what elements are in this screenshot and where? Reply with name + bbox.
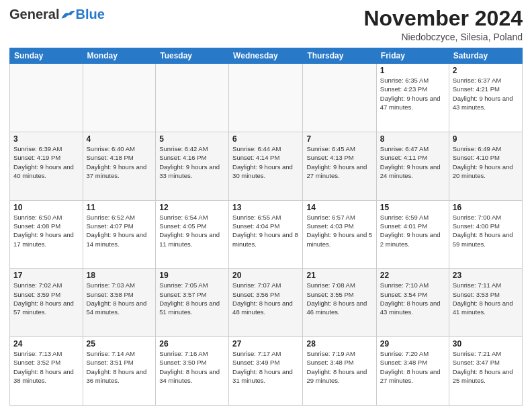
day-info: Sunrise: 7:07 AM Sunset: 3:56 PM Dayligh… [232,281,299,316]
day-info: Sunrise: 7:13 AM Sunset: 3:52 PM Dayligh… [13,349,79,385]
table-row: 14Sunrise: 6:57 AM Sunset: 4:03 PM Dayli… [303,200,376,269]
calendar-week-2: 3Sunrise: 6:39 AM Sunset: 4:19 PM Daylig… [10,132,523,200]
table-row: 25Sunrise: 7:14 AM Sunset: 3:51 PM Dayli… [83,337,156,406]
table-row: 5Sunrise: 6:42 AM Sunset: 4:16 PM Daylig… [156,132,229,200]
table-row: 21Sunrise: 7:08 AM Sunset: 3:55 PM Dayli… [303,269,376,337]
day-number: 2 [453,66,519,75]
title-block: November 2024 Niedobczyce, Silesia, Pola… [363,7,523,42]
table-row: 8Sunrise: 6:47 AM Sunset: 4:11 PM Daylig… [376,132,449,200]
calendar-week-4: 17Sunrise: 7:02 AM Sunset: 3:59 PM Dayli… [10,269,523,337]
logo-general: General [9,7,59,22]
day-number: 14 [306,203,372,212]
table-row: 4Sunrise: 6:40 AM Sunset: 4:18 PM Daylig… [83,132,156,200]
day-info: Sunrise: 7:21 AM Sunset: 3:47 PM Dayligh… [453,349,519,385]
day-number: 12 [159,203,225,212]
calendar-week-5: 24Sunrise: 7:13 AM Sunset: 3:52 PM Dayli… [10,337,523,406]
table-row: 3Sunrise: 6:39 AM Sunset: 4:19 PM Daylig… [10,132,83,200]
table-row [10,64,83,132]
col-monday: Monday [83,48,156,64]
day-info: Sunrise: 7:02 AM Sunset: 3:59 PM Dayligh… [13,281,79,316]
col-saturday: Saturday [449,48,522,64]
day-number: 16 [453,203,519,212]
day-number: 28 [306,339,372,349]
day-info: Sunrise: 6:45 AM Sunset: 4:13 PM Dayligh… [306,144,372,180]
day-number: 9 [453,134,519,144]
table-row: 18Sunrise: 7:03 AM Sunset: 3:58 PM Dayli… [83,269,156,337]
day-number: 27 [232,339,299,349]
table-row [303,64,376,132]
day-number: 18 [87,271,152,280]
day-number: 19 [159,271,225,280]
day-info: Sunrise: 6:40 AM Sunset: 4:18 PM Dayligh… [87,144,152,180]
day-info: Sunrise: 6:49 AM Sunset: 4:10 PM Dayligh… [453,144,519,180]
day-number: 29 [380,339,445,349]
day-info: Sunrise: 6:42 AM Sunset: 4:16 PM Dayligh… [159,144,225,180]
day-number: 3 [13,134,79,144]
day-info: Sunrise: 6:35 AM Sunset: 4:23 PM Dayligh… [380,76,445,111]
day-number: 4 [87,134,152,144]
table-row: 16Sunrise: 7:00 AM Sunset: 4:00 PM Dayli… [449,200,522,269]
day-number: 11 [87,203,152,212]
col-tuesday: Tuesday [156,48,229,64]
day-info: Sunrise: 6:57 AM Sunset: 4:03 PM Dayligh… [306,213,372,248]
table-row: 27Sunrise: 7:17 AM Sunset: 3:49 PM Dayli… [229,337,303,406]
day-number: 15 [380,203,445,212]
table-row: 24Sunrise: 7:13 AM Sunset: 3:52 PM Dayli… [10,337,83,406]
table-row: 17Sunrise: 7:02 AM Sunset: 3:59 PM Dayli… [10,269,83,337]
day-info: Sunrise: 7:16 AM Sunset: 3:50 PM Dayligh… [159,349,225,385]
day-info: Sunrise: 6:52 AM Sunset: 4:07 PM Dayligh… [87,213,152,248]
calendar-week-3: 10Sunrise: 6:50 AM Sunset: 4:08 PM Dayli… [10,200,523,269]
col-thursday: Thursday [303,48,376,64]
day-info: Sunrise: 7:20 AM Sunset: 3:48 PM Dayligh… [380,349,445,385]
logo: General Blue [9,7,105,22]
logo-blue: Blue [75,7,104,22]
col-sunday: Sunday [10,48,83,64]
table-row: 22Sunrise: 7:10 AM Sunset: 3:54 PM Dayli… [376,269,449,337]
day-info: Sunrise: 6:59 AM Sunset: 4:01 PM Dayligh… [380,213,445,248]
day-info: Sunrise: 6:55 AM Sunset: 4:04 PM Dayligh… [232,213,299,248]
calendar-week-1: 1Sunrise: 6:35 AM Sunset: 4:23 PM Daylig… [10,64,523,132]
day-info: Sunrise: 6:50 AM Sunset: 4:08 PM Dayligh… [13,213,79,248]
table-row: 29Sunrise: 7:20 AM Sunset: 3:48 PM Dayli… [376,337,449,406]
day-number: 26 [159,339,225,349]
table-row: 26Sunrise: 7:16 AM Sunset: 3:50 PM Dayli… [156,337,229,406]
day-info: Sunrise: 6:47 AM Sunset: 4:11 PM Dayligh… [380,144,445,180]
table-row: 11Sunrise: 6:52 AM Sunset: 4:07 PM Dayli… [83,200,156,269]
day-number: 6 [232,134,299,144]
table-row: 12Sunrise: 6:54 AM Sunset: 4:05 PM Dayli… [156,200,229,269]
table-row: 1Sunrise: 6:35 AM Sunset: 4:23 PM Daylig… [376,64,449,132]
day-number: 22 [380,271,445,280]
page-header: General Blue November 2024 Niedobczyce, … [9,7,523,42]
day-info: Sunrise: 6:37 AM Sunset: 4:21 PM Dayligh… [453,76,519,111]
table-row: 30Sunrise: 7:21 AM Sunset: 3:47 PM Dayli… [449,337,522,406]
calendar-header-row: Sunday Monday Tuesday Wednesday Thursday… [10,48,523,64]
day-info: Sunrise: 6:39 AM Sunset: 4:19 PM Dayligh… [13,144,79,180]
day-info: Sunrise: 7:19 AM Sunset: 3:48 PM Dayligh… [306,349,372,385]
day-number: 1 [380,66,445,75]
day-number: 7 [306,134,372,144]
logo-bird-icon [60,9,75,21]
col-friday: Friday [376,48,449,64]
day-info: Sunrise: 7:11 AM Sunset: 3:53 PM Dayligh… [453,281,519,316]
table-row: 6Sunrise: 6:44 AM Sunset: 4:14 PM Daylig… [229,132,303,200]
table-row: 7Sunrise: 6:45 AM Sunset: 4:13 PM Daylig… [303,132,376,200]
table-row: 15Sunrise: 6:59 AM Sunset: 4:01 PM Dayli… [376,200,449,269]
table-row [156,64,229,132]
table-row: 9Sunrise: 6:49 AM Sunset: 4:10 PM Daylig… [449,132,522,200]
month-year-title: November 2024 [363,7,523,30]
day-info: Sunrise: 7:03 AM Sunset: 3:58 PM Dayligh… [87,281,152,316]
day-info: Sunrise: 7:08 AM Sunset: 3:55 PM Dayligh… [306,281,372,316]
day-info: Sunrise: 7:14 AM Sunset: 3:51 PM Dayligh… [87,349,152,385]
day-number: 25 [87,339,152,349]
table-row [83,64,156,132]
day-number: 23 [453,271,519,280]
day-number: 10 [13,203,79,212]
day-number: 13 [232,203,299,212]
table-row: 23Sunrise: 7:11 AM Sunset: 3:53 PM Dayli… [449,269,522,337]
day-number: 17 [13,271,79,280]
table-row: 20Sunrise: 7:07 AM Sunset: 3:56 PM Dayli… [229,269,303,337]
table-row: 19Sunrise: 7:05 AM Sunset: 3:57 PM Dayli… [156,269,229,337]
day-number: 8 [380,134,445,144]
table-row: 13Sunrise: 6:55 AM Sunset: 4:04 PM Dayli… [229,200,303,269]
table-row [229,64,303,132]
